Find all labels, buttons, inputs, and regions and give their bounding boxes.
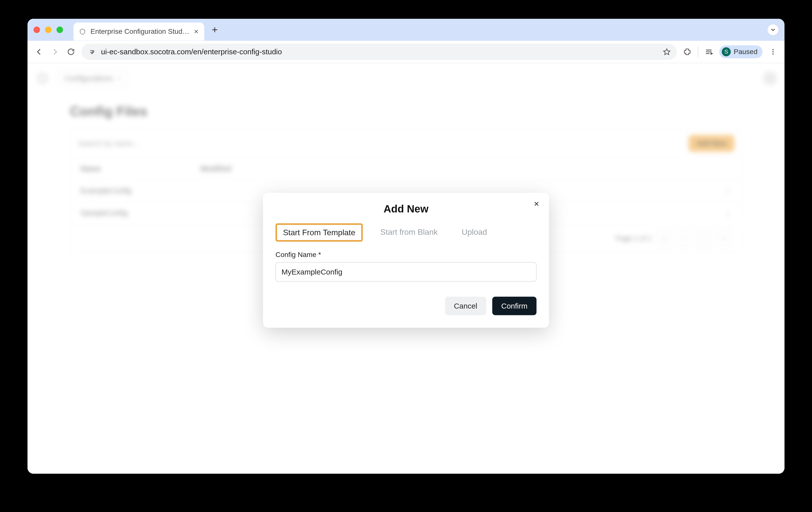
modal-actions: Cancel Confirm	[276, 297, 536, 315]
svg-point-0	[773, 49, 774, 50]
browser-toolbar: ui-ec-sandbox.socotra.com/en/enterprise-…	[28, 41, 784, 63]
toolbar-divider	[698, 46, 698, 57]
tab-list-dropdown[interactable]	[767, 24, 779, 35]
cancel-button[interactable]: Cancel	[445, 297, 486, 315]
config-name-label: Config Name *	[276, 251, 536, 259]
address-bar[interactable]: ui-ec-sandbox.socotra.com/en/enterprise-…	[82, 44, 677, 60]
browser-tab[interactable]: Enterprise Configuration Stud…	[74, 23, 204, 41]
tab-close-icon[interactable]	[193, 29, 199, 34]
browser-tab-strip: Enterprise Configuration Stud…	[28, 19, 784, 41]
browser-menu-icon[interactable]	[767, 46, 779, 57]
site-settings-icon[interactable]	[87, 47, 96, 56]
window-controls	[33, 27, 63, 33]
tab-favicon-icon	[79, 28, 87, 35]
address-url: ui-ec-sandbox.socotra.com/en/enterprise-…	[101, 48, 658, 56]
profile-chip[interactable]: S Paused	[719, 45, 762, 58]
browser-window: Enterprise Configuration Stud…	[28, 19, 784, 474]
modal-close-button[interactable]	[531, 199, 542, 209]
extensions-icon[interactable]	[682, 46, 693, 57]
close-icon	[533, 200, 540, 208]
nav-forward-button[interactable]	[50, 46, 60, 57]
tab-start-from-template[interactable]: Start From Template	[276, 223, 363, 242]
new-tab-button[interactable]	[209, 24, 221, 36]
window-maximize-button[interactable]	[57, 27, 63, 33]
modal-backdrop: Add New Start From Template Start from B…	[28, 63, 784, 474]
modal-title: Add New	[276, 203, 536, 215]
page-content: Configurations Config Files Add New Name…	[28, 63, 784, 474]
tab-upload[interactable]: Upload	[455, 223, 493, 242]
confirm-button[interactable]: Confirm	[492, 297, 536, 315]
nav-reload-button[interactable]	[65, 46, 77, 57]
profile-status-label: Paused	[734, 48, 757, 56]
config-name-input[interactable]	[276, 262, 536, 282]
window-minimize-button[interactable]	[45, 27, 52, 33]
bookmark-star-icon[interactable]	[663, 48, 671, 56]
modal-tabs: Start From Template Start from Blank Upl…	[276, 223, 536, 242]
media-control-icon[interactable]	[703, 46, 714, 57]
svg-point-2	[773, 53, 774, 55]
nav-back-button[interactable]	[33, 46, 45, 57]
add-new-modal: Add New Start From Template Start from B…	[263, 193, 549, 328]
tab-title: Enterprise Configuration Stud…	[90, 28, 189, 35]
window-close-button[interactable]	[33, 27, 40, 33]
profile-avatar: S	[722, 47, 731, 56]
tab-start-from-blank[interactable]: Start from Blank	[374, 223, 444, 242]
svg-point-1	[773, 51, 774, 53]
